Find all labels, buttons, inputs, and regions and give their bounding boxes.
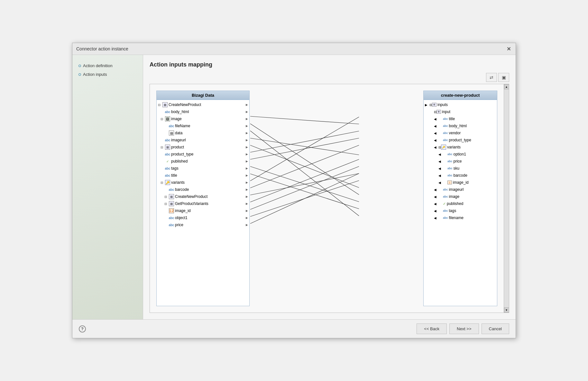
row-label: product_type	[449, 138, 471, 142]
tree-row[interactable]: ⊟ 🔑 variants ▶	[159, 179, 249, 186]
tree-row[interactable]: ⊟ ⊞ product ▶	[159, 144, 249, 151]
tree-row[interactable]: abc title ▶	[159, 172, 249, 179]
expand-icon[interactable]: ⊟	[161, 117, 165, 121]
abc-icon: abc	[447, 167, 453, 170]
tree-row[interactable]: ◀ abc barcode	[437, 172, 497, 179]
expand-icon[interactable]: ⊟	[164, 195, 169, 199]
scroll-up-arrow[interactable]: ▲	[504, 84, 509, 89]
tree-row[interactable]: ▶ ⊟ ⊞ inputs	[424, 101, 497, 108]
expand-icon[interactable]: ⊟	[164, 202, 169, 206]
img-icon: 🖼	[165, 116, 170, 121]
row-label: CreateNewProduct	[175, 194, 243, 199]
tree-row[interactable]: abc body_html ▶	[159, 108, 249, 115]
abc-icon: abc	[443, 117, 448, 120]
right-tree-panel: create-new-product ▶ ⊟ ⊞ inputs	[423, 91, 497, 306]
tree-row[interactable]: abc fileName ▶	[163, 122, 249, 129]
bullet-icon	[78, 73, 81, 76]
expand-icon[interactable]: ⊟	[438, 146, 441, 149]
abc-icon: abc	[169, 123, 174, 128]
tree-row[interactable]: ◀ abc price	[437, 158, 497, 165]
back-button[interactable]: << Back	[417, 323, 447, 334]
num-icon: 1	[447, 181, 452, 184]
tree-row[interactable]: ✓ published ▶	[159, 158, 249, 165]
box-icon: ⊞	[165, 145, 170, 150]
next-button[interactable]: Next >>	[449, 323, 479, 334]
scroll-down-arrow[interactable]: ▼	[504, 307, 509, 313]
connector-arrow: ▶	[243, 131, 248, 135]
tree-row[interactable]: ◀ abc sku	[437, 165, 497, 172]
expand-icon[interactable]: ⊟	[161, 181, 165, 184]
row-label: published	[447, 201, 463, 206]
sidebar-item-action-definition[interactable]: Action definition	[77, 61, 138, 70]
num-icon: 1.2	[169, 208, 174, 213]
svg-line-3	[250, 138, 359, 155]
row-label: title	[171, 173, 243, 178]
row-label: title	[449, 117, 455, 121]
row-label: inputs	[437, 102, 448, 107]
tree-row[interactable]: abc price ▶	[163, 221, 249, 228]
row-label: price	[454, 159, 462, 164]
cancel-button[interactable]: Cancel	[482, 323, 509, 334]
tree-row[interactable]: ⊟ ⊞ input	[428, 108, 497, 115]
abc-icon: abc	[165, 166, 170, 171]
tree-row[interactable]: abc imageurl ▶	[159, 137, 249, 144]
svg-line-12	[250, 159, 359, 202]
tree-row[interactable]: ◀ abc body_html	[433, 122, 497, 129]
main-content: Action inputs mapping ⇄ ▣ Bizagi Data	[143, 55, 516, 319]
row-label: imageurl	[171, 138, 243, 142]
tree-row[interactable]: ◀ abc product_type	[433, 137, 497, 144]
mapping-inner: Bizagi Data ⊟ ⊞ CreateNewProduct ▶	[150, 84, 504, 313]
tree-row[interactable]: ⊟ ⊞ CreateNewProduct ▶	[163, 193, 249, 200]
tree-row[interactable]: ◀ 1 image_id	[437, 179, 497, 186]
tree-row[interactable]: ⊟ ⊞ CreateNewProduct ▶	[157, 101, 249, 108]
connector-arrow: ▶	[243, 146, 248, 149]
tree-row[interactable]: abc barcode ▶	[163, 186, 249, 193]
row-label: body_html	[449, 124, 467, 128]
sidebar-item-action-inputs[interactable]: Action inputs	[77, 70, 138, 79]
mapping-area: Bizagi Data ⊟ ⊞ CreateNewProduct ▶	[150, 84, 509, 313]
row-label: published	[171, 159, 243, 164]
tree-row[interactable]: ◀ abc option1	[437, 151, 497, 158]
box-icon: ⊞	[169, 194, 174, 199]
vertical-scrollbar[interactable]: ▲ ▼	[504, 84, 509, 313]
tree-row[interactable]: ⊟ ⊞ GetProductVariants ▶	[163, 200, 249, 207]
tree-row[interactable]: ▤ data ▶	[163, 129, 249, 137]
tree-row[interactable]: ◀ abc vendor	[433, 129, 497, 137]
tree-row[interactable]: 1.2 image_id ▶	[163, 207, 249, 214]
tree-row[interactable]: ◀ abc tags	[433, 207, 497, 214]
expand-icon[interactable]: ⊟	[429, 103, 432, 107]
row-label: imageurl	[449, 187, 464, 192]
connector-arrow: ▶	[243, 103, 248, 106]
tree-row[interactable]: ◀ abc image	[433, 193, 497, 200]
scroll-track[interactable]	[504, 89, 509, 307]
expand-icon[interactable]: ⊟	[434, 110, 436, 114]
tree-row[interactable]: ◀ abc imageurl	[433, 186, 497, 193]
tree-row[interactable]: abc tags ▶	[159, 165, 249, 172]
tree-row[interactable]: ◀ ✓ published	[433, 200, 497, 207]
tree-row[interactable]: ⊟ 🖼 image ▶	[159, 115, 249, 122]
tree-row[interactable]: ◀ abc filename	[433, 214, 497, 221]
row-label: tags	[171, 166, 243, 171]
tree-row[interactable]: ◀ abc title	[433, 115, 497, 122]
page-title: Action inputs mapping	[150, 61, 509, 68]
tree-row[interactable]: abc product_type ▶	[159, 151, 249, 158]
row-label: CreateNewProduct	[169, 102, 243, 107]
sidebar: Action definition Action inputs	[72, 55, 143, 319]
tree-row[interactable]: ◀ ⊟ 🔑 variants	[433, 144, 497, 151]
tree-row[interactable]: abc object1 ▶	[163, 214, 249, 221]
expand-icon[interactable]: ⊟	[158, 103, 162, 107]
help-button[interactable]: ?	[79, 325, 86, 332]
row-label: barcode	[175, 187, 243, 192]
abc-icon: abc	[165, 173, 170, 178]
row-label: option1	[454, 152, 466, 156]
connector-arrow: ▶	[243, 209, 248, 212]
close-button[interactable]: ✕	[505, 46, 512, 52]
expand-icon[interactable]: ⊟	[161, 146, 165, 149]
table-view-btn[interactable]: ▣	[498, 73, 509, 82]
check-icon: ✓	[443, 202, 446, 206]
row-label: variants	[171, 180, 243, 185]
dialog: Connector action instance ✕ Action defin…	[72, 43, 516, 338]
connector-arrow: ▶	[243, 188, 248, 191]
mapping-view-btn[interactable]: ⇄	[486, 73, 497, 82]
row-label: image	[171, 117, 243, 121]
